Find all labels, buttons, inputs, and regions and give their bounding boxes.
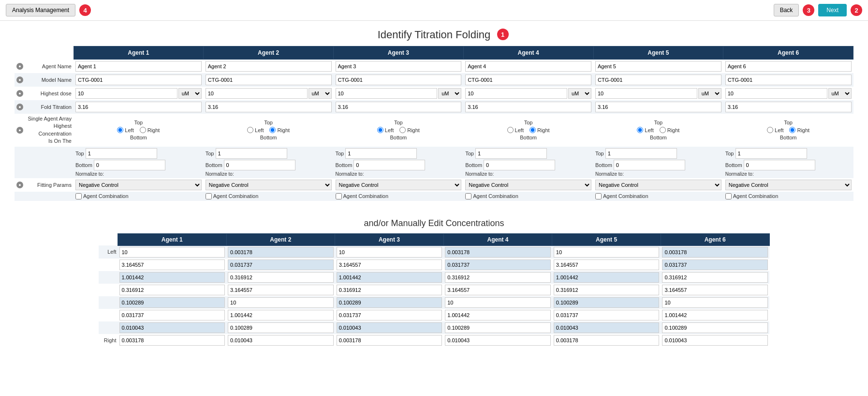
conc-row-3-col-1-input[interactable] <box>228 285 334 295</box>
next-button[interactable]: Next <box>818 4 847 16</box>
agent-6-fold-input[interactable] <box>725 102 852 112</box>
top-value-3[interactable] <box>345 148 417 159</box>
conc-row-0-col-4-input[interactable] <box>554 247 660 258</box>
agent-3-model-input[interactable] <box>336 75 462 85</box>
agent-5-normalize-select[interactable]: Negative Control <box>595 180 721 190</box>
conc-row-2-col-3-input[interactable] <box>445 272 551 283</box>
back-button[interactable]: Back <box>774 4 799 16</box>
pos-right-radio-6[interactable]: Right <box>789 127 809 133</box>
top-value-5[interactable] <box>605 148 677 159</box>
conc-row-7-col-2-input[interactable] <box>337 335 442 346</box>
agent-1-model-input[interactable] <box>75 75 202 85</box>
agent-5-dose-input[interactable] <box>595 88 697 99</box>
agent-2-dose-unit[interactable]: uM <box>309 88 332 99</box>
agent-3-dose-input[interactable] <box>336 88 438 99</box>
agent-3-fold-input[interactable] <box>336 102 462 112</box>
conc-row-6-col-3-input[interactable] <box>445 322 551 333</box>
pos-left-radio-6[interactable]: Left <box>767 127 783 133</box>
pos-left-radio-5[interactable]: Left <box>637 127 653 133</box>
conc-row-3-col-2-input[interactable] <box>337 285 442 295</box>
agent-4-fold-input[interactable] <box>465 102 591 112</box>
agent-5-fold-input[interactable] <box>595 102 721 112</box>
conc-row-5-col-1-input[interactable] <box>228 310 334 320</box>
pos-left-radio-4[interactable]: Left <box>507 127 524 133</box>
agent-2-model-input[interactable] <box>206 75 332 85</box>
conc-row-0-col-3-input[interactable] <box>445 247 551 258</box>
conc-row-5-col-5-input[interactable] <box>662 310 768 320</box>
agent-3-normalize-select[interactable]: Negative Control <box>336 180 462 190</box>
agent-4-dose-unit[interactable]: uM <box>568 88 591 99</box>
conc-row-3-col-5-input[interactable] <box>662 285 768 295</box>
conc-row-5-col-0-input[interactable] <box>119 310 225 320</box>
fitting-params-info[interactable]: ● <box>16 182 23 188</box>
highest-dose-info[interactable]: ● <box>16 90 23 97</box>
conc-row-5-col-4-input[interactable] <box>554 310 660 320</box>
agent-1-combination-checkbox[interactable]: Agent Combination <box>75 193 202 199</box>
conc-row-4-col-1-input[interactable] <box>228 297 334 308</box>
conc-row-2-col-1-input[interactable] <box>228 272 334 283</box>
conc-row-2-col-0-input[interactable] <box>119 272 225 283</box>
conc-row-2-col-5-input[interactable] <box>662 272 768 283</box>
pos-right-radio-1[interactable]: Right <box>140 127 160 133</box>
pos-left-radio-1[interactable]: Left <box>117 127 133 133</box>
top-value-1[interactable] <box>86 148 157 159</box>
bottom-value-4[interactable] <box>484 160 555 170</box>
top-value-4[interactable] <box>475 148 547 159</box>
agent-5-name-input[interactable] <box>595 61 721 72</box>
conc-row-4-col-0-input[interactable] <box>119 297 225 308</box>
pos-left-radio-2[interactable]: Left <box>247 127 264 133</box>
agent-2-dose-input[interactable] <box>206 88 308 99</box>
agent-5-model-input[interactable] <box>595 75 721 85</box>
conc-row-6-col-0-input[interactable] <box>119 322 225 333</box>
conc-row-7-col-3-input[interactable] <box>445 335 551 346</box>
conc-row-5-col-2-input[interactable] <box>337 310 442 320</box>
conc-row-4-col-4-input[interactable] <box>554 297 660 308</box>
agent-6-dose-unit[interactable]: uM <box>828 88 852 99</box>
conc-row-1-col-0-input[interactable] <box>119 259 225 270</box>
agent-6-combination-checkbox[interactable]: Agent Combination <box>725 193 852 199</box>
conc-row-4-col-3-input[interactable] <box>445 297 551 308</box>
analysis-management-button[interactable]: Analysis Management <box>6 4 75 16</box>
agent-5-dose-unit[interactable]: uM <box>698 88 721 99</box>
conc-row-6-col-5-input[interactable] <box>662 322 768 333</box>
conc-row-6-col-4-input[interactable] <box>554 322 660 333</box>
pos-right-radio-4[interactable]: Right <box>530 127 550 133</box>
conc-row-3-col-0-input[interactable] <box>119 285 225 295</box>
agent-3-dose-unit[interactable]: uM <box>438 88 461 99</box>
conc-row-7-col-1-input[interactable] <box>228 335 334 346</box>
top-value-6[interactable] <box>736 148 807 159</box>
conc-row-1-col-2-input[interactable] <box>337 259 442 270</box>
agent-1-dose-input[interactable] <box>75 88 177 99</box>
conc-row-7-col-5-input[interactable] <box>662 335 768 346</box>
agent-4-dose-input[interactable] <box>465 88 567 99</box>
pos-left-radio-3[interactable]: Left <box>377 127 394 133</box>
agent-2-normalize-select[interactable]: Negative Control <box>206 180 332 190</box>
agent-4-model-input[interactable] <box>465 75 591 85</box>
agent-4-normalize-select[interactable]: Negative Control <box>465 180 591 190</box>
conc-row-1-col-4-input[interactable] <box>554 259 660 270</box>
conc-row-3-col-3-input[interactable] <box>445 285 551 295</box>
agent-6-dose-input[interactable] <box>725 88 827 99</box>
agent-5-combination-checkbox[interactable]: Agent Combination <box>595 193 721 199</box>
agent-2-fold-input[interactable] <box>206 102 332 112</box>
bottom-value-2[interactable] <box>224 160 295 170</box>
conc-row-4-col-2-input[interactable] <box>337 297 442 308</box>
bottom-value-1[interactable] <box>94 160 165 170</box>
agent-4-combination-checkbox[interactable]: Agent Combination <box>465 193 591 199</box>
fold-titration-info[interactable]: ● <box>16 104 23 110</box>
conc-row-1-col-1-input[interactable] <box>228 259 334 270</box>
conc-row-0-col-0-input[interactable] <box>119 247 225 258</box>
conc-row-7-col-4-input[interactable] <box>554 335 660 346</box>
agent-name-info[interactable]: ● <box>16 63 23 70</box>
conc-row-0-col-1-input[interactable] <box>228 247 334 258</box>
model-name-info[interactable]: ● <box>16 76 23 83</box>
conc-row-7-col-0-input[interactable] <box>119 335 225 346</box>
conc-row-1-col-3-input[interactable] <box>445 259 551 270</box>
conc-row-2-col-4-input[interactable] <box>554 272 660 283</box>
conc-row-0-col-2-input[interactable] <box>337 247 442 258</box>
agent-6-name-input[interactable] <box>725 61 852 72</box>
conc-row-1-col-5-input[interactable] <box>662 259 768 270</box>
agent-2-name-input[interactable] <box>206 61 332 72</box>
top-value-2[interactable] <box>216 148 287 159</box>
conc-row-6-col-1-input[interactable] <box>228 322 334 333</box>
